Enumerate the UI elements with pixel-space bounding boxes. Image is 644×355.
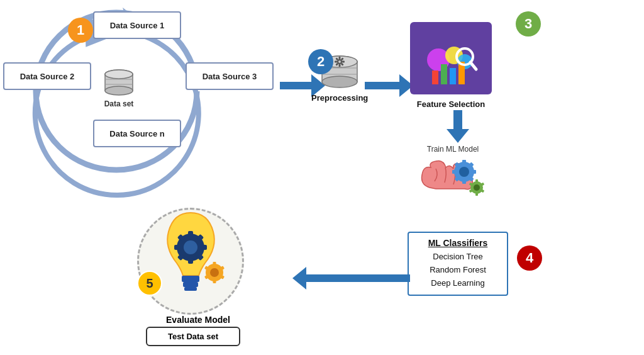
svg-rect-58 xyxy=(201,245,207,250)
step-5-circle: 5 xyxy=(137,271,162,296)
datasource-1-box: Data Source 1 xyxy=(93,11,181,39)
svg-rect-22 xyxy=(335,61,337,63)
svg-point-65 xyxy=(210,268,219,277)
svg-rect-18 xyxy=(342,61,345,63)
svg-point-55 xyxy=(184,240,197,254)
svg-rect-39 xyxy=(462,179,466,184)
svg-point-15 xyxy=(338,60,341,63)
arrow-to-evaluate xyxy=(292,267,410,290)
step-4-circle: 4 xyxy=(517,245,542,271)
train-ml-label: Train ML Model xyxy=(412,145,494,154)
datasource-2-box: Data Source 2 xyxy=(3,62,91,90)
feature-selection-label: Feature Selection xyxy=(410,99,492,109)
dataset-icon: Data set xyxy=(103,69,135,108)
test-dataset-box: Test Data set xyxy=(146,327,240,346)
svg-rect-48 xyxy=(475,193,478,196)
svg-point-5 xyxy=(105,70,133,79)
svg-rect-62 xyxy=(174,245,180,250)
svg-rect-41 xyxy=(452,170,457,174)
arrow-to-train xyxy=(447,110,469,143)
svg-rect-28 xyxy=(441,64,447,84)
svg-rect-69 xyxy=(213,279,216,283)
step-1-circle: 1 xyxy=(68,18,93,43)
svg-rect-35 xyxy=(462,160,466,164)
svg-rect-29 xyxy=(450,68,456,84)
datasource-n-box: Data Source n xyxy=(93,120,181,147)
svg-rect-60 xyxy=(188,258,193,264)
datasource-3-box: Data Source 3 xyxy=(186,62,274,90)
svg-rect-45 xyxy=(475,179,478,183)
step-2-circle: 2 xyxy=(308,49,333,74)
arrow-to-feature xyxy=(365,74,413,97)
svg-point-34 xyxy=(459,167,469,177)
svg-rect-52 xyxy=(183,282,198,287)
svg-rect-66 xyxy=(213,262,216,266)
svg-rect-51 xyxy=(182,276,199,282)
feature-selection-box xyxy=(410,22,492,94)
svg-rect-20 xyxy=(339,64,341,67)
svg-point-44 xyxy=(474,184,480,191)
svg-line-32 xyxy=(470,62,476,69)
ml-classifiers-box: ML Classifiers Decision Tree Random Fore… xyxy=(408,232,508,296)
step-3-circle: 3 xyxy=(516,11,541,37)
svg-point-4 xyxy=(105,86,133,95)
svg-rect-16 xyxy=(339,57,341,59)
svg-rect-27 xyxy=(432,70,438,84)
evaluate-label: Evaluate Model xyxy=(151,315,245,325)
svg-rect-53 xyxy=(184,287,197,291)
brain-gears-icon xyxy=(408,156,496,203)
svg-point-10 xyxy=(322,76,357,87)
svg-rect-56 xyxy=(188,231,193,237)
svg-rect-37 xyxy=(472,170,476,174)
